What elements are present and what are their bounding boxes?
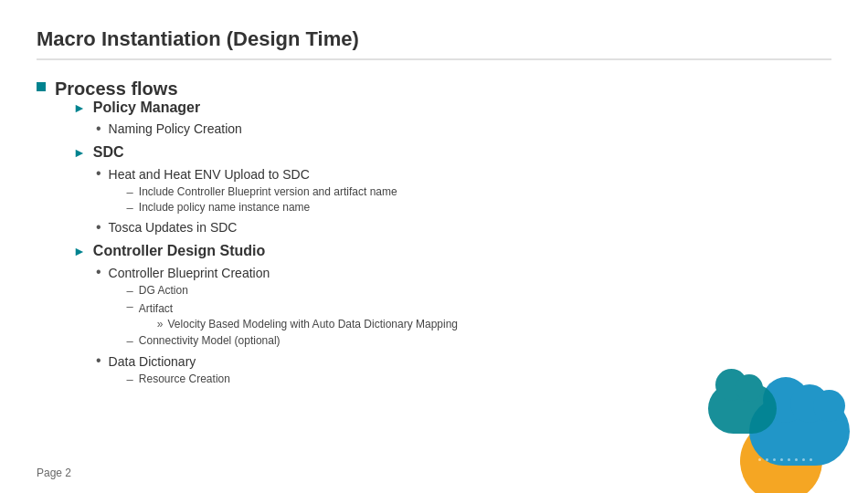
dot-icon-heat: • xyxy=(96,165,101,182)
heat-dash-list: – Include Controller Blueprint version a… xyxy=(109,185,397,215)
arrow-item-cds: ► Controller Design Studio xyxy=(73,243,831,259)
connectivity-model-item: – Connectivity Model (optional) xyxy=(127,334,458,348)
resource-creation-item: – Resource Creation xyxy=(127,372,230,386)
data-dictionary-label: Data Dictionary xyxy=(109,354,196,369)
naming-policy-label: Naming Policy Creation xyxy=(109,121,242,136)
heat-upload-content: Heat and Heat ENV Upload to SDC – Includ… xyxy=(109,166,397,216)
include-blueprint-version-label: Include Controller Blueprint version and… xyxy=(139,185,397,198)
data-dictionary-content: Data Dictionary – Resource Creation xyxy=(109,353,230,388)
controller-blueprint-content: Controller Blueprint Creation – DG Actio… xyxy=(109,265,458,350)
arrow-icon-cds: ► xyxy=(73,244,86,258)
dash-icon-resource: – xyxy=(127,372,133,386)
cloud-teal-bump2 xyxy=(736,374,763,402)
cds-label: Controller Design Studio xyxy=(93,243,265,259)
dd-dash-list: – Resource Creation xyxy=(109,372,230,386)
raquo-icon: » xyxy=(157,318,164,330)
section-header xyxy=(37,79,55,384)
arrow-icon-policy-manager: ► xyxy=(73,100,86,115)
bullet-square-icon xyxy=(37,82,46,91)
dot-icon-blueprint: • xyxy=(96,264,101,280)
dash-icon-1: – xyxy=(127,185,133,199)
dash-icon-2: – xyxy=(127,201,133,215)
connectivity-model-label: Connectivity Model (optional) xyxy=(139,334,281,347)
dash-icon-artifact: – xyxy=(127,299,133,313)
artifact-content: Artifact » Velocity Based Modeling with … xyxy=(139,299,458,332)
list-item-policy-manager: ► Policy Manager • Naming Policy Creatio… xyxy=(73,100,831,137)
tosca-updates-label: Tosca Updates in SDC xyxy=(109,220,238,235)
decorative-corner xyxy=(685,347,868,493)
include-policy-name-item: – Include policy name instance name xyxy=(127,201,397,215)
artifact-item: – Artifact » Velocity Based Modeling wit… xyxy=(127,299,458,332)
include-blueprint-version-item: – Include Controller Blueprint version a… xyxy=(127,185,397,199)
controller-blueprint-item: • Controller Blueprint Creation – DG Act… xyxy=(96,265,831,350)
arrow-item-sdc: ► SDC xyxy=(73,144,831,161)
controller-blueprint-label: Controller Blueprint Creation xyxy=(109,266,270,280)
dash-icon-dg: – xyxy=(127,284,133,298)
cloud-teal-body xyxy=(708,383,777,434)
dot-pattern-blue xyxy=(758,458,814,461)
cloud-decoration xyxy=(685,347,868,493)
blueprint-dash-list: – DG Action – Artifact xyxy=(109,284,458,348)
sdc-label: SDC xyxy=(93,144,124,161)
cloud-blue-bump3 xyxy=(813,390,845,422)
main-list: ► Policy Manager • Naming Policy Creatio… xyxy=(55,100,831,388)
dot-icon-dd: • xyxy=(96,352,101,369)
include-policy-name-label: Include policy name instance name xyxy=(139,201,310,214)
artifact-sub-list: » Velocity Based Modeling with Auto Data… xyxy=(139,318,458,330)
dg-action-item: – DG Action xyxy=(127,284,458,298)
dash-icon-connectivity: – xyxy=(127,334,133,348)
heat-upload-item: • Heat and Heat ENV Upload to SDC – Incl… xyxy=(96,166,831,216)
heat-upload-label: Heat and Heat ENV Upload to SDC xyxy=(109,167,310,182)
velocity-modeling-item: » Velocity Based Modeling with Auto Data… xyxy=(157,318,458,330)
page-number: Page 2 xyxy=(37,467,71,479)
sdc-sub-list: • Heat and Heat ENV Upload to SDC – Incl… xyxy=(73,166,831,236)
page-container: Macro Instantiation (Design Time) Proces… xyxy=(0,0,868,493)
dot-icon-tosca: • xyxy=(96,219,101,236)
list-item-sdc: ► SDC • Heat and Heat ENV Upload to SDC … xyxy=(73,144,831,236)
tosca-updates-item: • Tosca Updates in SDC xyxy=(96,220,831,236)
velocity-modeling-label: Velocity Based Modeling with Auto Data D… xyxy=(168,318,459,330)
policy-manager-label: Policy Manager xyxy=(93,100,200,116)
dg-action-label: DG Action xyxy=(139,284,188,297)
page-title: Macro Instantiation (Design Time) xyxy=(37,27,831,60)
resource-creation-label: Resource Creation xyxy=(139,372,230,385)
artifact-label: Artifact xyxy=(139,302,173,315)
naming-policy-item: • Naming Policy Creation xyxy=(96,121,831,137)
arrow-icon-sdc: ► xyxy=(73,145,86,160)
policy-manager-sub-list: • Naming Policy Creation xyxy=(73,121,831,137)
process-flows-title: Process flows xyxy=(55,79,831,100)
arrow-item-policy-manager: ► Policy Manager xyxy=(73,100,831,116)
dot-icon-naming-policy: • xyxy=(96,121,101,137)
